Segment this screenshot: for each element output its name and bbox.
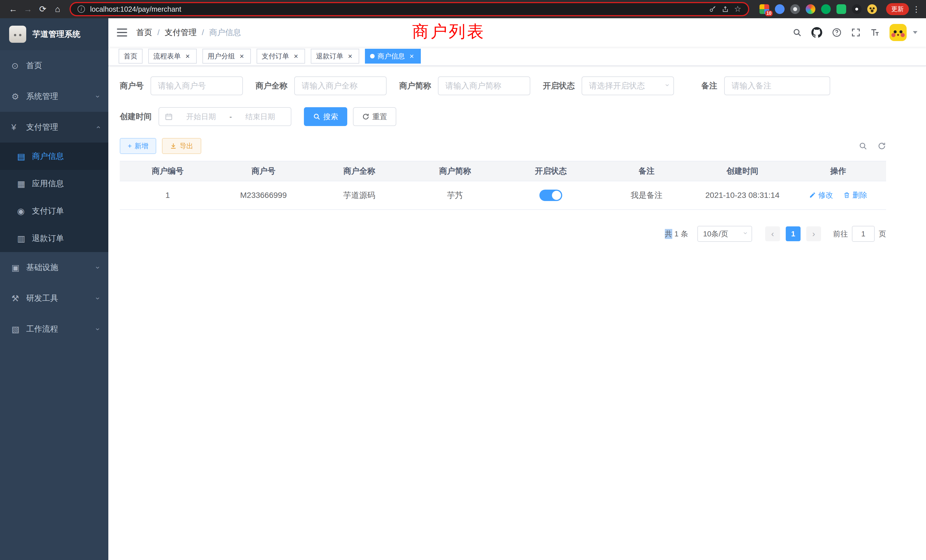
status-toggle[interactable]	[539, 190, 562, 201]
col-short-name: 商户简称	[407, 161, 503, 181]
extension-avatar-icon[interactable]	[867, 4, 877, 14]
browser-update-button[interactable]: 更新	[886, 3, 909, 15]
user-avatar[interactable]	[890, 24, 906, 41]
extension-pinwheel-icon[interactable]	[852, 4, 862, 14]
document-icon: ▥	[17, 233, 32, 244]
close-icon[interactable]: ×	[346, 52, 354, 60]
export-button[interactable]: 导出	[162, 138, 201, 154]
extension-blue-icon[interactable]	[775, 4, 785, 14]
address-bar[interactable]: i localhost:1024/pay/merchant ☆	[70, 2, 749, 16]
chevron-down-icon: ›	[94, 297, 102, 300]
font-size-icon[interactable]	[870, 28, 880, 37]
search-button-label: 搜索	[323, 112, 338, 122]
sidebar-item-label: 研发工具	[26, 293, 97, 304]
cell-remark: 我是备注	[599, 181, 694, 210]
close-icon[interactable]: ×	[238, 52, 246, 60]
start-date-placeholder[interactable]: 开始日期	[176, 112, 226, 122]
sidebar-item-app-info[interactable]: ▦ 应用信息	[0, 170, 108, 197]
remark-input[interactable]	[724, 76, 830, 95]
extension-dark-icon[interactable]	[790, 4, 800, 14]
refresh-icon[interactable]	[878, 142, 886, 150]
browser-forward-icon[interactable]: →	[21, 0, 35, 18]
tab-user-group[interactable]: 用户分组 ×	[203, 49, 251, 64]
filter-label: 商户号	[120, 80, 144, 91]
url-text[interactable]: localhost:1024/pay/merchant	[90, 5, 704, 14]
filter-label: 创建时间	[120, 111, 152, 122]
close-icon[interactable]: ×	[184, 52, 192, 60]
status-select-input[interactable]	[582, 76, 674, 95]
page-1-button[interactable]: 1	[786, 226, 800, 241]
sidebar-item-merchant-info[interactable]: ▤ 商户信息	[0, 142, 108, 170]
delete-link-label: 删除	[852, 190, 867, 200]
sidebar-item-infrastructure[interactable]: ▣ 基础设施 ›	[0, 252, 108, 283]
full-name-input[interactable]	[294, 76, 387, 95]
sidebar-item-workflow[interactable]: ▧ 工作流程 ›	[0, 314, 108, 344]
search-button[interactable]: 搜索	[304, 107, 347, 126]
trash-icon	[843, 192, 850, 198]
toggle-search-icon[interactable]	[859, 142, 867, 150]
sidebar-item-payment-orders[interactable]: ◉ 支付订单	[0, 197, 108, 225]
chevron-down-icon: ›	[94, 95, 102, 98]
tab-label: 退款订单	[316, 51, 343, 61]
merchant-no-input[interactable]	[151, 76, 243, 95]
tab-refund-orders[interactable]: 退款订单 ×	[311, 49, 359, 64]
sidebar-item-system[interactable]: ⚙ 系统管理 ›	[0, 81, 108, 112]
extension-green-icon[interactable]	[821, 4, 831, 14]
filter-label: 备注	[701, 80, 717, 91]
share-icon[interactable]	[722, 5, 729, 13]
avatar-caret-icon[interactable]	[913, 31, 917, 34]
github-icon[interactable]	[811, 27, 822, 38]
goto-label: 前往	[833, 229, 848, 239]
browser-reload-icon[interactable]: ⟳	[35, 0, 50, 18]
password-key-icon[interactable]	[709, 5, 716, 13]
status-select[interactable]: ›	[582, 76, 674, 95]
sidebar-item-payment[interactable]: ¥ 支付管理 ›	[0, 112, 108, 142]
tab-merchant-info[interactable]: 商户信息 ×	[365, 49, 421, 64]
briefcase-icon: ▧	[11, 324, 26, 334]
cell-merchant-no: M233666999	[216, 181, 311, 210]
app-logo: 芋道管理系统	[0, 18, 108, 50]
end-date-placeholder[interactable]: 结束日期	[235, 112, 285, 122]
close-icon[interactable]: ×	[408, 52, 416, 60]
navbar-actions	[793, 24, 917, 41]
short-name-input[interactable]	[438, 76, 530, 95]
browser-menu-icon[interactable]: ⋮	[912, 5, 920, 14]
table-header-row: 商户编号 商户号 商户全称 商户简称 开启状态 备注 创建时间 操作	[120, 161, 886, 181]
tab-home[interactable]: 首页	[119, 49, 142, 64]
page-info-icon[interactable]: i	[77, 5, 85, 13]
sidebar-item-devtools[interactable]: ⚒ 研发工具 ›	[0, 283, 108, 314]
bookmark-star-icon[interactable]: ☆	[734, 5, 741, 13]
breadcrumb-home[interactable]: 首页	[136, 27, 152, 38]
delete-link[interactable]: 删除	[843, 190, 867, 200]
browser-back-icon[interactable]: ←	[6, 0, 21, 18]
breadcrumb-payment[interactable]: 支付管理	[165, 27, 197, 38]
extension-rainbow-icon[interactable]	[806, 4, 816, 14]
date-range-picker[interactable]: 开始日期 - 结束日期	[159, 107, 291, 126]
cell-create-time: 2021-10-23 08:31:14	[694, 181, 790, 210]
goto-page-input[interactable]	[852, 226, 875, 242]
extensions-area: 10	[760, 4, 877, 14]
monitor-icon: ▣	[11, 263, 26, 272]
tab-payment-orders[interactable]: 支付订单 ×	[257, 49, 305, 64]
prev-page-button[interactable]: ‹	[765, 226, 780, 241]
next-page-button[interactable]: ›	[806, 226, 821, 241]
help-icon[interactable]	[832, 28, 841, 37]
tab-process-form[interactable]: 流程表单 ×	[148, 49, 197, 64]
tools-icon: ⚒	[11, 294, 26, 303]
close-icon[interactable]: ×	[292, 52, 300, 60]
sidebar-toggle-icon[interactable]	[117, 29, 127, 36]
range-separator: -	[228, 112, 233, 121]
filter-short-name: 商户简称	[399, 76, 530, 95]
sidebar-item-home[interactable]: ⊙ 首页	[0, 50, 108, 81]
search-icon[interactable]	[793, 28, 802, 37]
extension-greensquare-icon[interactable]	[837, 4, 846, 14]
fullscreen-icon[interactable]	[851, 28, 861, 37]
extension-grid-icon[interactable]: 10	[760, 4, 769, 14]
page-size-select[interactable]: 10条/页 ›	[698, 226, 752, 242]
reset-button[interactable]: 重置	[353, 107, 396, 126]
chevron-up-icon: ›	[94, 126, 102, 129]
add-button[interactable]: + 新增	[120, 138, 156, 154]
edit-link[interactable]: 修改	[809, 190, 833, 200]
browser-home-icon[interactable]: ⌂	[50, 0, 65, 18]
sidebar-item-refund-orders[interactable]: ▥ 退款订单	[0, 225, 108, 252]
